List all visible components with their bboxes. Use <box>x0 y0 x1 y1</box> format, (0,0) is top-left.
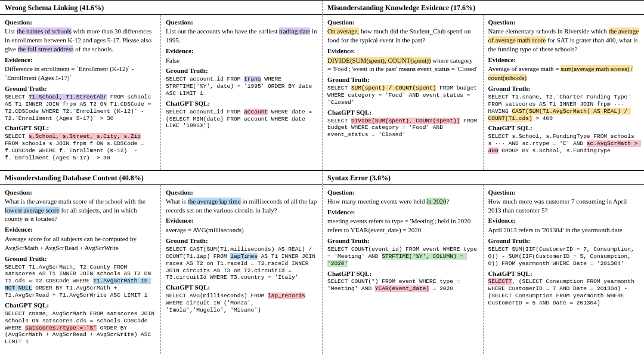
label-evidence: Evidence: <box>5 56 156 64</box>
example-col: Question: How many meeting events were h… <box>323 185 484 354</box>
label-chatgpt-sql: ChatGPT SQL: <box>488 269 640 278</box>
example-col: Question: Name elementary schools in Riv… <box>484 15 645 170</box>
question-text: What is the average math score of the sc… <box>5 198 145 223</box>
example-col: Question: What is the average lap time i… <box>161 185 322 354</box>
example-col: Question: On average, how much did the S… <box>323 15 484 170</box>
label-question: Question: <box>327 18 478 27</box>
evidence-text: Average of average math = sum(average ma… <box>488 64 640 82</box>
label-evidence: Evidence: <box>166 47 317 56</box>
evidence-text: average = AVG(milliseconds) <box>166 226 317 235</box>
label-question: Question: <box>488 18 640 27</box>
ground-truth-sql: SELECT SUM(spent) / COUNT(spent) FROM bu… <box>327 85 478 106</box>
quadrant-syntax-error: Syntax Error (3.0%) Question: How many m… <box>322 170 644 354</box>
question-text: Name elementary schools in Riverside whi… <box>488 27 639 53</box>
question-text: List out the accounts who have the earli… <box>166 27 317 44</box>
label-ground-truth: Ground Truth: <box>166 66 317 75</box>
label-chatgpt-sql: ChatGPT SQL: <box>5 124 156 133</box>
quadrant-title: Misunderstanding Database Content (40.8%… <box>0 171 322 185</box>
label-evidence: Evidence: <box>327 208 478 217</box>
label-question: Question: <box>327 188 478 197</box>
evidence-text: meeting events refers to type = 'Meeting… <box>327 217 478 235</box>
label-evidence: Evidence: <box>488 216 640 225</box>
chatgpt-sql: SELECT s.School, s.FundingType FROM scho… <box>488 133 640 155</box>
quadrant-title: Wrong Schema Linking (41.6%) <box>0 1 322 15</box>
quadrant-knowledge-evidence: Misunderstanding Knowledge Evidence (17.… <box>322 0 644 170</box>
label-chatgpt-sql: ChatGPT SQL: <box>327 269 478 278</box>
label-question: Question: <box>5 18 156 27</box>
question-text: On average, how much did the Student_Clu… <box>327 27 470 44</box>
label-chatgpt-sql: ChatGPT SQL: <box>166 99 317 108</box>
label-question: Question: <box>166 188 317 197</box>
label-question: Question: <box>488 188 640 197</box>
columns: Question: How many meeting events were h… <box>323 185 644 354</box>
columns: Question: On average, how much did the S… <box>323 15 644 170</box>
ground-truth-sql: SELECT account_id FROM trans WHERE STRFT… <box>166 76 317 97</box>
label-chatgpt-sql: ChatGPT SQL: <box>166 283 317 292</box>
label-evidence: Evidence: <box>166 216 317 225</box>
question-text: List the names of schools with more than… <box>5 27 151 53</box>
evidence-text: Average score for all subjects can be co… <box>5 235 156 253</box>
label-chatgpt-sql: ChatGPT SQL: <box>488 124 640 133</box>
label-ground-truth: Ground Truth: <box>327 75 478 84</box>
label-evidence: Evidence: <box>488 56 640 64</box>
ground-truth-sql: SELECT CAST(SUM(T1.milliseconds) AS REAL… <box>166 246 317 281</box>
label-evidence: Evidence: <box>327 47 478 56</box>
evidence-text: False <box>166 56 317 65</box>
ground-truth-sql: SELECT COUNT(event_id) FROM event WHERE … <box>327 246 478 267</box>
ground-truth-sql: SELECT SUM(IIF(CustomerID = 7, Consumpti… <box>488 246 640 267</box>
label-question: Question: <box>5 188 156 197</box>
question-text: How much more was customer 7 consuming i… <box>488 198 627 214</box>
error-category-grid: Wrong Schema Linking (41.6%) Question: L… <box>0 0 644 354</box>
label-evidence: Evidence: <box>5 225 156 234</box>
chatgpt-sql: SELECT COUNT(*) FROM event WHERE type = … <box>327 278 478 293</box>
label-chatgpt-sql: ChatGPT SQL: <box>5 301 156 310</box>
ground-truth-sql: SELECT T1.sname, T2.`Charter Funding Typ… <box>488 94 640 122</box>
question-text: What is the average lap time in millisec… <box>166 198 317 214</box>
example-col: Question: How much more was customer 7 c… <box>484 185 645 354</box>
label-chatgpt-sql: ChatGPT SQL: <box>327 108 478 117</box>
evidence-text: DIVIDE(SUM(spent), COUNT(spent)) where c… <box>327 56 478 74</box>
chatgpt-sql: SELECT AVG(milliseconds) FROM lap_record… <box>166 293 317 314</box>
label-question: Question: <box>166 18 317 27</box>
quadrant-title: Syntax Error (3.0%) <box>323 171 644 185</box>
ground-truth-sql: SELECT T1.School, T1.StreetAbr FROM scho… <box>5 94 156 122</box>
chatgpt-sql: SELECT DIVIDE(SUM(spent), COUNT(spent)) … <box>327 118 478 139</box>
label-ground-truth: Ground Truth: <box>488 84 640 93</box>
label-ground-truth: Ground Truth: <box>166 236 317 245</box>
label-ground-truth: Ground Truth: <box>5 254 156 263</box>
question-text: How many meeting events were held in 202… <box>327 198 449 205</box>
label-ground-truth: Ground Truth: <box>327 236 478 245</box>
columns: Question: What is the average math score… <box>0 185 322 354</box>
example-col: Question: List the names of schools with… <box>0 15 161 170</box>
ground-truth-sql: SELECT T1.AvgScrMath, T2.County FROM sat… <box>5 264 156 299</box>
chatgpt-sql: SELECT account_id FROM account WHERE dat… <box>166 109 317 130</box>
label-ground-truth: Ground Truth: <box>488 236 640 245</box>
columns: Question: List the names of schools with… <box>0 15 322 170</box>
example-col: Question: What is the average math score… <box>0 185 161 354</box>
quadrant-db-content: Misunderstanding Database Content (40.8%… <box>0 170 322 354</box>
quadrant-title: Misunderstanding Knowledge Evidence (17.… <box>323 1 644 15</box>
evidence-text: Difference in enrollment = `Enrollment (… <box>5 64 156 82</box>
chatgpt-sql: SELECT cname, AvgScrMath FROM satscores … <box>5 310 156 346</box>
evidence-text: April 2013 refers to '201304' in the yea… <box>488 226 640 235</box>
label-ground-truth: Ground Truth: <box>5 84 156 93</box>
quadrant-wrong-schema: Wrong Schema Linking (41.6%) Question: L… <box>0 0 322 170</box>
chatgpt-sql: SELECT s.School, s.Street, s.City, s.Zip… <box>5 133 156 162</box>
example-col: Question: List out the accounts who have… <box>161 15 322 170</box>
chatgpt-sql: SELECT7, (SELECT Consumption FROM yearmo… <box>488 278 640 307</box>
